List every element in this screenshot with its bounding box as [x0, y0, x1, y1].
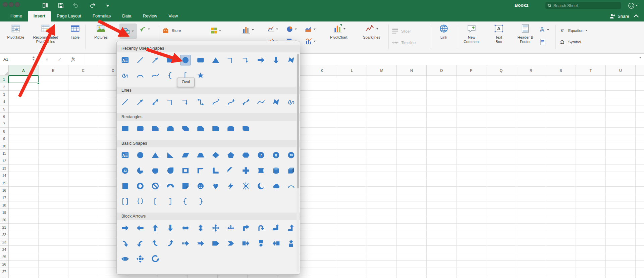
link-button[interactable]: Link — [431, 22, 456, 40]
shape-elbow-arrow-connector-icon[interactable] — [180, 97, 191, 107]
shape-diamond-icon[interactable] — [210, 150, 221, 160]
shape-block-arrow-left-right-icon[interactable] — [180, 223, 191, 233]
shape-block-arrow-up-down-icon[interactable] — [195, 223, 206, 233]
collapse-ribbon-chevron-icon[interactable] — [634, 14, 639, 20]
column-header-P[interactable]: P — [457, 65, 486, 76]
shape-double-brace-icon[interactable] — [135, 196, 146, 207]
shape-l-shape-icon[interactable] — [210, 165, 221, 176]
shape-cross-icon[interactable] — [240, 165, 251, 176]
select-all-corner[interactable] — [0, 65, 9, 76]
shape-elbow-arrow-connector-icon[interactable] — [240, 55, 251, 65]
tab-review[interactable]: Review — [137, 11, 163, 21]
add-ins-button[interactable] — [210, 25, 229, 36]
column-header-C[interactable]: C — [68, 65, 98, 76]
column-header-T[interactable]: T — [576, 65, 606, 76]
row-header-15[interactable]: 15 — [0, 179, 9, 187]
shape-pie-icon[interactable] — [135, 165, 146, 176]
pivotchart-button[interactable]: PivotChart — [324, 22, 354, 40]
wordart-button[interactable]: A — [538, 24, 555, 36]
row-header-5[interactable]: 5 — [0, 105, 9, 113]
shape-text-box-icon[interactable]: A — [120, 150, 130, 160]
column-header-U[interactable]: U — [606, 65, 636, 76]
store-button[interactable]: Store — [162, 26, 197, 36]
shape-diagonal-stripe-icon[interactable] — [225, 165, 236, 176]
column-header-O[interactable]: O — [427, 65, 457, 76]
row-header-27[interactable]: 27 — [0, 268, 9, 275]
shape-quad-arrow-icon[interactable] — [210, 223, 221, 233]
shape-notched-right-arrow-icon[interactable] — [195, 238, 206, 249]
shape-striped-right-arrow-icon[interactable] — [180, 238, 191, 249]
shape-arrow-icon[interactable] — [150, 55, 161, 65]
pivottable-button[interactable]: PivotTable — [3, 22, 29, 40]
shape-right-triangle-icon[interactable] — [165, 150, 176, 160]
shape-scribble-icon[interactable] — [120, 70, 130, 81]
shape-pentagon-icon[interactable] — [225, 150, 236, 160]
recommended-charts-button[interactable] — [241, 24, 264, 36]
shape-rectangle-icon[interactable] — [165, 55, 176, 65]
shape-scribble-icon[interactable] — [286, 97, 297, 107]
column-header-M[interactable]: M — [367, 65, 397, 76]
row-header-21[interactable]: 21 — [0, 224, 9, 231]
shape-elbow-connector-icon[interactable] — [225, 55, 236, 65]
shape-curved-up-arrow-icon[interactable] — [150, 238, 161, 249]
shape-arc-icon[interactable] — [286, 181, 297, 191]
shape-heptagon-7-icon[interactable]: 7 — [256, 150, 266, 160]
shape-block-arrow-right-icon[interactable] — [120, 223, 130, 233]
row-header-28[interactable]: 28 — [0, 275, 9, 278]
shape-elbow-double-arrow-icon[interactable] — [195, 97, 206, 107]
shape-u-turn-arrow-icon[interactable] — [256, 223, 266, 233]
menu-scrollbar[interactable] — [297, 53, 299, 272]
save-icon[interactable] — [56, 1, 65, 9]
shape-chord-icon[interactable] — [150, 165, 161, 176]
shape-no-symbol-icon[interactable] — [150, 181, 161, 191]
redo-icon[interactable] — [89, 1, 97, 9]
shape-folded-corner-icon[interactable] — [180, 181, 191, 191]
new-comment-button[interactable]: NewComment — [458, 22, 485, 44]
header-footer-button[interactable]: Header &Footer — [511, 22, 539, 44]
shape-arc-icon[interactable] — [135, 70, 146, 81]
tab-formulas[interactable]: Formulas — [87, 11, 116, 21]
share-button[interactable]: Share — [609, 11, 629, 21]
row-header-1[interactable]: 1 — [0, 76, 9, 83]
column-header-L[interactable]: L — [337, 65, 367, 76]
row-header-7[interactable]: 7 — [0, 120, 9, 128]
row-header-16[interactable]: 16 — [0, 187, 9, 194]
workbook-icon[interactable] — [41, 1, 50, 9]
shape-plaque-icon[interactable] — [256, 165, 266, 176]
row-header-26[interactable]: 26 — [0, 261, 9, 268]
tab-home[interactable]: Home — [5, 11, 28, 21]
shape-lightning-bolt-icon[interactable] — [225, 181, 236, 191]
shape-block-arc-icon[interactable] — [165, 181, 176, 191]
shape-arrow-icon[interactable] — [135, 97, 146, 107]
shape-oval-icon[interactable] — [180, 55, 191, 65]
shape-bent-up-arrow-icon[interactable] — [286, 223, 297, 233]
shape-round-single-corner-icon[interactable] — [210, 123, 221, 134]
row-header-25[interactable]: 25 — [0, 253, 9, 261]
shape-left-up-arrow-icon[interactable] — [271, 223, 281, 233]
shape-hexagon-icon[interactable] — [240, 150, 251, 160]
shape-curved-double-arrow-icon[interactable] — [240, 97, 251, 107]
shape-rounded-rectangle-icon[interactable] — [135, 123, 146, 134]
name-box-stepper[interactable] — [32, 56, 35, 60]
shape-block-arrow-left-icon[interactable] — [135, 223, 146, 233]
shape-double-bracket-icon[interactable] — [120, 196, 130, 207]
table-button[interactable]: Table — [62, 22, 88, 40]
minimize-window-button[interactable] — [9, 2, 14, 7]
shape-left-bracket-icon[interactable] — [150, 196, 161, 207]
shape-left-brace-icon[interactable] — [165, 70, 176, 81]
insert-combo-chart-button[interactable] — [305, 36, 323, 47]
shape-decagon-10-icon[interactable]: 10 — [286, 150, 297, 160]
toolbar-options-chevron-icon[interactable] — [103, 1, 112, 9]
shape-heart-icon[interactable] — [210, 181, 221, 191]
shape-up-arrow-callout-icon[interactable] — [286, 238, 297, 249]
shapes-button[interactable] — [119, 24, 137, 39]
shape-freeform-icon[interactable] — [286, 55, 297, 65]
shape-block-arrow-down-icon[interactable] — [165, 223, 176, 233]
spreadsheet-grid[interactable] — [9, 76, 644, 278]
selected-cell[interactable] — [8, 76, 39, 83]
shape-curve-icon[interactable] — [150, 70, 161, 81]
shape-chevron-arrow-icon[interactable] — [225, 238, 236, 249]
row-header-20[interactable]: 20 — [0, 216, 9, 224]
row-header-11[interactable]: 11 — [0, 150, 9, 157]
shape-bent-arrow-icon[interactable] — [240, 223, 251, 233]
